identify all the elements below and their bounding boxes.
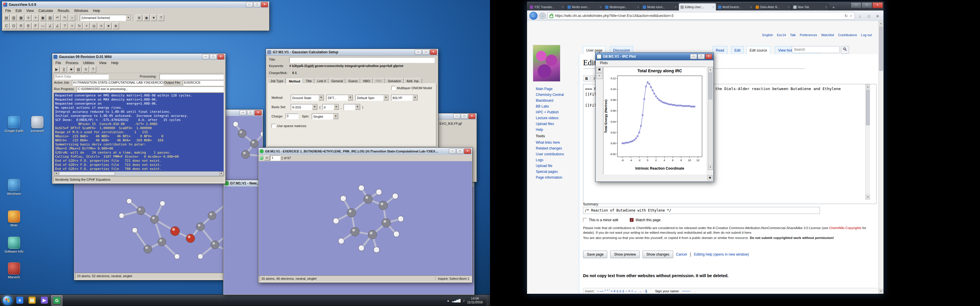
gaussview-main-window[interactable]: GaussView 5.0.9 ─□× FileEditViewCalculat… [2,1,269,31]
tools-link-related-changes[interactable]: Related changes [536,146,564,151]
maximize-button[interactable]: □ [422,49,430,55]
sidebar-link-chemistry-central[interactable]: Chemistry Central [536,93,564,97]
personal-link-4[interactable]: Watchlist [821,33,834,37]
taskbar-button-gaussview[interactable]: G [51,295,62,306]
window-titlebar[interactable]: G8:M1:V1 - IRC Plot ─□× [596,53,713,60]
browser-tab[interactable]: Diels-Alder R...× [754,3,791,11]
tab-guess[interactable]: Guess [346,78,360,84]
frame-list-icon[interactable]: ≡ [264,155,269,160]
network-icon[interactable]: ▂▄▆█ [452,299,461,302]
sparse-matrices-checkbox[interactable] [272,124,275,128]
rgroup-icon[interactable]: R [18,23,24,29]
forward-button[interactable]: → [539,13,546,19]
tab-title[interactable]: Title [303,78,314,84]
menu-item-view[interactable]: View [97,60,108,65]
tools-link-special-pages[interactable]: Special pages [536,170,564,174]
title-field[interactable] [290,57,434,63]
save-icon[interactable]: ▦ [18,14,24,21]
minimize-button[interactable]: ─ [449,149,456,154]
desktop-icon-software-info[interactable]: Software Info [3,237,24,253]
menu-item-help[interactable]: Help [91,8,102,13]
scrollbar-thumb[interactable] [708,73,712,99]
tab-close-icon[interactable]: × [637,5,639,9]
delete-atom-icon[interactable]: × [69,23,75,29]
rebond-icon[interactable]: ≡ [98,23,104,29]
tab-close-icon[interactable]: × [788,5,789,9]
new-icon[interactable]: ▤ [3,14,10,21]
desktop-icon-icenano[interactable]: icenano0 [27,116,48,133]
home-icon[interactable]: ⌂ [865,13,872,18]
plot-edit-icon[interactable]: ≈ [596,73,603,79]
minimize-button[interactable]: ─ [246,2,253,7]
menu-plots[interactable]: Plots [598,60,610,65]
tab-link-0[interactable]: Link 0 [315,78,328,84]
processing-field[interactable] [159,74,224,79]
target-icon[interactable]: ▼ [151,14,157,21]
browser-tab[interactable]: Modts even...× [566,3,603,11]
browser-tab[interactable]: Modts tutori...× [641,3,678,11]
cancel-link[interactable]: Cancel [676,252,687,257]
taskbar-button-media-player[interactable]: ▶ [39,295,49,305]
symmetry-icon[interactable]: ⊗ [113,23,119,29]
paste-icon[interactable]: ▧ [47,14,53,21]
taskbar-button-windows-explorer[interactable]: ▤ [27,295,37,305]
sidebar-link-upload-files[interactable]: Upload files [536,122,564,126]
sidebar-link-help[interactable]: Help [536,128,564,132]
url-text[interactable]: https://wiki.chi.ac.uk/wiki/index.php?ti… [555,14,843,18]
open-icon[interactable]: ▥ [11,14,17,21]
plot-scrollbar[interactable]: ▲ ▼ [708,67,713,170]
page-scrollbar[interactable]: ▲ ▼ [878,21,883,294]
irc-plot-window[interactable]: G8:M1:V1 - IRC Plot ─□× Plots ▣ ≈ Total … [595,52,714,182]
tools-link-upload-file[interactable]: Upload file [536,164,564,168]
chemwiki-copyrights-link[interactable]: ChemWiki Copyrights [829,226,862,230]
sidebar-link-hpc-publish[interactable]: HPC + Publish [536,110,564,114]
batch-data-field[interactable]: Batch Data [54,74,109,79]
ring-icon[interactable]: O [11,23,17,29]
scroll-down-icon[interactable]: ▼ [865,195,870,200]
menu-item-windows[interactable]: Windows [72,8,91,13]
method-select-2[interactable]: Default Spin▼ [356,95,389,101]
downloads-icon[interactable]: ↓ [857,13,864,18]
minimize-button[interactable]: ─ [453,114,460,119]
tools-link-page-information[interactable]: Page information [536,176,564,179]
start-button[interactable] [2,295,13,306]
window-titlebar[interactable]: G7:M1:V1 - Gaussian Calculation Setup ─□… [266,49,438,55]
menu-item-calculate[interactable]: Calculate [37,8,55,13]
menu-item-results[interactable]: Results [56,8,72,13]
maximize-button[interactable]: □ [247,110,254,116]
bond-icon[interactable]: — [40,23,46,29]
tab-close-icon[interactable]: × [675,5,677,9]
help-icon[interactable]: ? [158,14,164,21]
taskbar-clock[interactable]: 14:56 11/11/2016 [467,296,483,304]
plot-export-button[interactable]: ▣ [707,175,713,181]
tab-solvation[interactable]: Solvation [385,78,404,84]
bold-icon[interactable]: B [583,75,590,82]
menu-item-help[interactable]: Help [109,60,121,65]
maximize-button[interactable]: □ [862,2,872,8]
menu-item-file[interactable]: File [53,60,63,65]
method-select-1[interactable]: DFT...▼ [326,95,353,101]
scrollbar-thumb[interactable] [866,90,870,125]
plot-properties-icon[interactable]: ▣ [596,67,603,73]
biomolecule-icon[interactable]: B [25,23,32,29]
window-titlebar[interactable]: Gaussian 09 Revision D.01 W64 ─□× [52,54,226,60]
inquire-icon[interactable]: ? [62,23,68,29]
spin-select[interactable]: Singlet▼ [312,113,339,119]
charge-input[interactable]: 0 [286,114,298,119]
tools-link-logs[interactable]: Logs [536,158,564,162]
address-bar[interactable]: https://wiki.chi.ac.uk/wiki/index.php?ti… [547,12,855,19]
tab-add-inp-[interactable]: Add. Inp. [404,78,422,84]
molecule-3d-viewport[interactable] [259,161,472,276]
dihedral-icon[interactable]: ∠ [54,23,60,29]
gaussian09-window[interactable]: Gaussian 09 Revision D.01 W64 ─□× FilePr… [52,53,226,184]
menu-item-view[interactable]: View [24,8,36,13]
close-button[interactable]: × [468,114,476,119]
personal-link-2[interactable]: Talk [790,33,795,37]
polarization-select-1[interactable]: d▼ [322,104,339,110]
personal-link-0[interactable]: English [762,33,773,37]
desktop-icon-marvins[interactable]: MarvinS [3,262,24,279]
tab-close-icon[interactable]: × [562,5,564,9]
center-icon[interactable]: ◉ [143,14,150,21]
close-button[interactable]: × [255,110,262,116]
insert-symbols[interactable]: – — ° ″ ′ ≈ ≠ ≤ ≥ ± − × ÷ ← → · § [597,289,647,293]
